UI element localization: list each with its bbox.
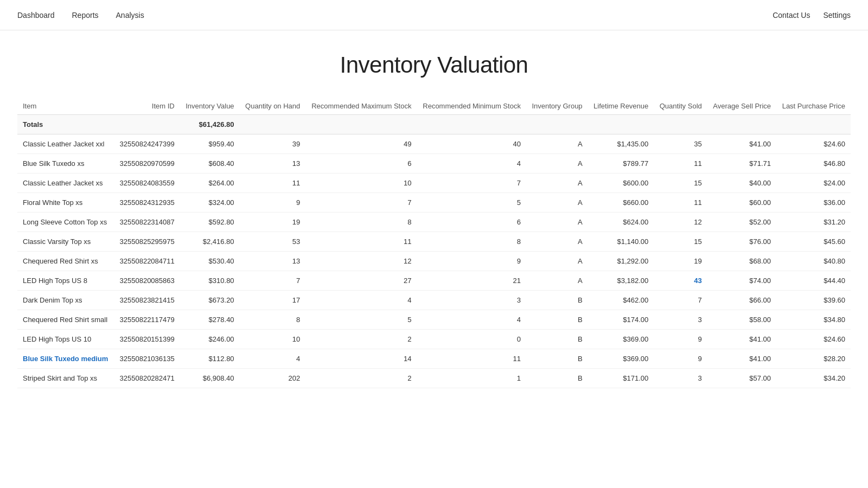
cell-qty-sold: 19 xyxy=(654,252,707,271)
cell-rec-min-stock: 0 xyxy=(417,330,526,349)
cell-rec-max-stock: 2 xyxy=(305,330,417,349)
cell-avg-sell-price: $41.00 xyxy=(707,134,776,154)
cell-item: Dark Denim Top xs xyxy=(17,291,114,310)
cell-item: Floral White Top xs xyxy=(17,193,114,213)
nav-analysis[interactable]: Analysis xyxy=(116,9,144,22)
cell-rec-max-stock: 10 xyxy=(305,174,417,193)
cell-qty-on-hand: 13 xyxy=(240,252,306,271)
cell-item: Blue Silk Tuxedo medium xyxy=(17,349,114,369)
table-header-row: Item Item ID Inventory Value Quantity on… xyxy=(17,98,851,115)
table-row: LED High Tops US 10 32550820151399 $246.… xyxy=(17,330,851,349)
cell-rec-min-stock: 21 xyxy=(417,271,526,291)
cell-qty-on-hand: 10 xyxy=(240,330,306,349)
table-row: Classic Leather Jacket xxl 3255082424739… xyxy=(17,134,851,154)
cell-rec-max-stock: 5 xyxy=(305,310,417,330)
cell-avg-sell-price: $68.00 xyxy=(707,252,776,271)
table-row: LED High Tops US 8 32550820085863 $310.8… xyxy=(17,271,851,291)
cell-item-id: 32550825295975 xyxy=(114,232,180,252)
col-header-item-id: Item ID xyxy=(114,98,180,115)
cell-lifetime-revenue: $789.77 xyxy=(588,154,654,174)
cell-inventory-group: A xyxy=(526,174,588,193)
cell-inventory-group: A xyxy=(526,154,588,174)
cell-qty-sold: 9 xyxy=(654,349,707,369)
cell-qty-on-hand: 11 xyxy=(240,174,306,193)
cell-lifetime-revenue: $1,435.00 xyxy=(588,134,654,154)
cell-rec-min-stock: 9 xyxy=(417,252,526,271)
cell-qty-sold: 11 xyxy=(654,154,707,174)
totals-row: Totals $61,426.80 xyxy=(17,115,851,134)
nav-right: Contact Us Settings xyxy=(773,9,851,22)
page-title: Inventory Valuation xyxy=(0,30,868,98)
cell-inventory-value: $673.20 xyxy=(180,291,240,310)
cell-inventory-group: A xyxy=(526,213,588,232)
cell-item-id: 32550822084711 xyxy=(114,252,180,271)
cell-inventory-group: B xyxy=(526,349,588,369)
cell-lifetime-revenue: $660.00 xyxy=(588,193,654,213)
table-container: Item Item ID Inventory Value Quantity on… xyxy=(0,98,868,410)
cell-last-purchase-price: $46.80 xyxy=(776,154,851,174)
cell-inventory-value: $608.40 xyxy=(180,154,240,174)
cell-rec-max-stock: 8 xyxy=(305,213,417,232)
cell-last-purchase-price: $31.20 xyxy=(776,213,851,232)
col-header-rec-min-stock: Recommended Minimum Stock xyxy=(417,98,526,115)
cell-lifetime-revenue: $369.00 xyxy=(588,349,654,369)
cell-inventory-group: A xyxy=(526,193,588,213)
col-header-rec-max-stock: Recommended Maximum Stock xyxy=(305,98,417,115)
cell-item-id: 32550824247399 xyxy=(114,134,180,154)
cell-rec-min-stock: 6 xyxy=(417,213,526,232)
cell-inventory-group: B xyxy=(526,330,588,349)
cell-item: Striped Skirt and Top xs xyxy=(17,369,114,388)
cell-inventory-group: A xyxy=(526,271,588,291)
cell-rec-min-stock: 3 xyxy=(417,291,526,310)
cell-qty-on-hand: 19 xyxy=(240,213,306,232)
cell-inventory-value: $246.00 xyxy=(180,330,240,349)
cell-item: Classic Varsity Top xs xyxy=(17,232,114,252)
cell-item: Classic Leather Jacket xxl xyxy=(17,134,114,154)
cell-rec-max-stock: 2 xyxy=(305,369,417,388)
cell-last-purchase-price: $44.40 xyxy=(776,271,851,291)
col-header-avg-sell-price: Average Sell Price xyxy=(707,98,776,115)
cell-rec-min-stock: 11 xyxy=(417,349,526,369)
cell-inventory-value: $310.80 xyxy=(180,271,240,291)
cell-inventory-value: $2,416.80 xyxy=(180,232,240,252)
cell-avg-sell-price: $58.00 xyxy=(707,310,776,330)
cell-rec-max-stock: 11 xyxy=(305,232,417,252)
cell-lifetime-revenue: $462.00 xyxy=(588,291,654,310)
cell-avg-sell-price: $66.00 xyxy=(707,291,776,310)
cell-item-id: 32550820970599 xyxy=(114,154,180,174)
nav-contact-us[interactable]: Contact Us xyxy=(773,9,810,22)
cell-last-purchase-price: $24.60 xyxy=(776,330,851,349)
cell-rec-max-stock: 49 xyxy=(305,134,417,154)
cell-item-id: 32550823821415 xyxy=(114,291,180,310)
cell-avg-sell-price: $71.71 xyxy=(707,154,776,174)
nav-settings[interactable]: Settings xyxy=(823,9,851,22)
cell-item-id: 32550822117479 xyxy=(114,310,180,330)
cell-rec-max-stock: 14 xyxy=(305,349,417,369)
cell-inventory-group: B xyxy=(526,369,588,388)
cell-inventory-value: $530.40 xyxy=(180,252,240,271)
nav-dashboard[interactable]: Dashboard xyxy=(17,9,55,22)
table-row: Classic Leather Jacket xs 32550824083559… xyxy=(17,174,851,193)
table-row: Long Sleeve Cotton Top xs 32550822314087… xyxy=(17,213,851,232)
cell-item-id: 32550820282471 xyxy=(114,369,180,388)
cell-inventory-group: A xyxy=(526,232,588,252)
cell-avg-sell-price: $60.00 xyxy=(707,193,776,213)
cell-qty-sold: 43 xyxy=(654,271,707,291)
cell-avg-sell-price: $74.00 xyxy=(707,271,776,291)
cell-rec-max-stock: 4 xyxy=(305,291,417,310)
totals-label: Totals xyxy=(17,115,114,134)
cell-lifetime-revenue: $171.00 xyxy=(588,369,654,388)
cell-item: Classic Leather Jacket xs xyxy=(17,174,114,193)
cell-last-purchase-price: $28.20 xyxy=(776,349,851,369)
cell-lifetime-revenue: $369.00 xyxy=(588,330,654,349)
cell-avg-sell-price: $41.00 xyxy=(707,330,776,349)
cell-rec-min-stock: 4 xyxy=(417,310,526,330)
cell-inventory-group: B xyxy=(526,310,588,330)
nav-reports[interactable]: Reports xyxy=(72,9,99,22)
totals-item-id xyxy=(114,115,180,134)
cell-qty-sold: 11 xyxy=(654,193,707,213)
cell-qty-on-hand: 9 xyxy=(240,193,306,213)
cell-qty-on-hand: 39 xyxy=(240,134,306,154)
cell-last-purchase-price: $24.60 xyxy=(776,134,851,154)
cell-item-id: 32550820151399 xyxy=(114,330,180,349)
